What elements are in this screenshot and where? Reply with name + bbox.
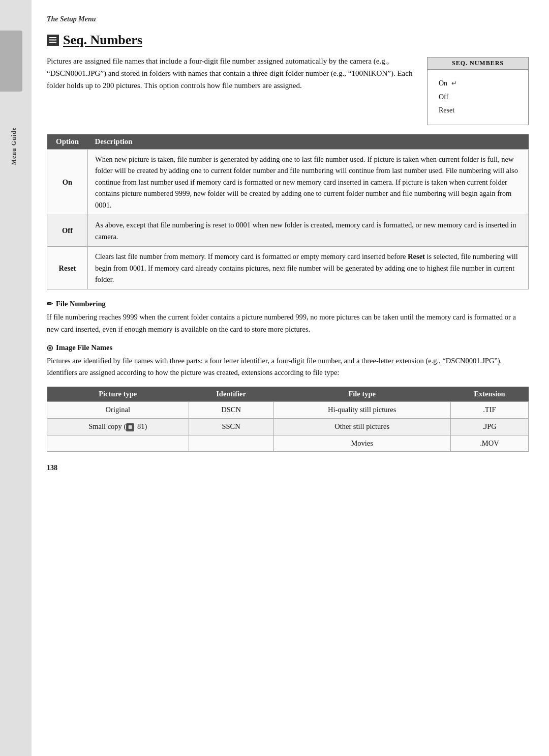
svg-rect-0 — [49, 37, 56, 38]
file-type-movies: Movies — [273, 435, 450, 452]
main-content: The Setup Menu Seq. Numbers Pictures are… — [32, 0, 549, 492]
identifier-dscn: DSCN — [189, 402, 273, 419]
camera-menu-body: On ↵ Off Reset — [428, 70, 528, 125]
camera-menu-reset-label: Reset — [439, 104, 454, 118]
camera-menu-item-off: Off — [439, 91, 519, 104]
table-row: Off As above, except that file numbering… — [47, 215, 529, 247]
enter-arrow: ↵ — [451, 77, 457, 90]
header-title: The Setup Menu — [47, 15, 96, 23]
small-copy-icon: 🔲 — [126, 423, 134, 431]
options-table: Option Description On When new picture i… — [47, 134, 529, 290]
description-off: As above, except that file numbering is … — [88, 215, 529, 247]
option-on: On — [47, 149, 88, 215]
svg-rect-2 — [49, 42, 56, 43]
extension-header: Extension — [450, 387, 528, 402]
file-numbering-title: ✏ File Numbering — [47, 300, 529, 308]
image-file-names-note: ◎ Image File Names Pictures are identifi… — [47, 343, 529, 379]
picture-type-original: Original — [47, 402, 189, 419]
camera-menu-item-reset: Reset — [439, 104, 519, 118]
table-row: Original DSCN Hi-quality still pictures … — [47, 402, 529, 419]
table-row: Movies .MOV — [47, 435, 529, 452]
menu-lines-icon — [49, 37, 57, 44]
extension-jpg: .JPG — [450, 418, 528, 435]
identifier-header: Identifier — [189, 387, 273, 402]
description-reset: Clears last file number from memory. If … — [88, 247, 529, 289]
camera-menu-off-label: Off — [439, 91, 448, 104]
description-on: When new picture is taken, file number i… — [88, 149, 529, 215]
identifier-empty — [189, 435, 273, 452]
table-row: On When new picture is taken, file numbe… — [47, 149, 529, 215]
image-file-names-text: Pictures are identified by file names wi… — [47, 355, 529, 379]
file-numbering-note: ✏ File Numbering If file numbering reach… — [47, 300, 529, 335]
table-row: Reset Clears last file number from memor… — [47, 247, 529, 289]
camera-menu-diagram: SEQ. NUMBERS On ↵ Off Reset — [427, 57, 529, 125]
option-off: Off — [47, 215, 88, 247]
file-type-other: Other still pictures — [273, 418, 450, 435]
file-numbering-label: File Numbering — [56, 300, 106, 308]
extension-mov: .MOV — [450, 435, 528, 452]
camera-icon: ◎ — [47, 343, 53, 352]
identifier-sscn: SSCN — [189, 418, 273, 435]
picture-type-header: Picture type — [47, 387, 189, 402]
file-type-header: File type — [273, 387, 450, 402]
pencil-icon: ✏ — [47, 300, 53, 308]
intro-block: Pictures are assigned file names that in… — [47, 55, 529, 125]
intro-text: Pictures are assigned file names that in… — [47, 55, 417, 125]
section-heading: Seq. Numbers — [63, 33, 142, 48]
camera-menu-item-on: On ↵ — [439, 77, 519, 91]
file-numbering-text: If file numbering reaches 9999 when the … — [47, 311, 529, 335]
extension-tif: .TIF — [450, 402, 528, 419]
options-col1-header: Option — [47, 134, 88, 150]
image-file-names-label: Image File Names — [56, 343, 112, 352]
menu-guide-label: Menu Guide — [10, 127, 18, 165]
picture-type-empty — [47, 435, 189, 452]
menu-icon — [47, 35, 59, 46]
image-file-names-title: ◎ Image File Names — [47, 343, 529, 352]
option-reset: Reset — [47, 247, 88, 289]
section-title-block: Seq. Numbers — [47, 33, 529, 48]
sidebar-tab — [0, 31, 22, 92]
file-type-hq: Hi-quality still pictures — [273, 402, 450, 419]
sidebar: Menu Guide — [0, 0, 32, 756]
table-row: Small copy (🔲 81) SSCN Other still pictu… — [47, 418, 529, 435]
setup-menu-header: The Setup Menu — [47, 15, 529, 23]
options-col2-header: Description — [88, 134, 529, 150]
camera-menu-title: SEQ. NUMBERS — [428, 57, 528, 70]
picture-type-small-copy: Small copy (🔲 81) — [47, 418, 189, 435]
camera-menu-on-label: On — [439, 77, 447, 91]
svg-rect-1 — [49, 40, 56, 41]
page-number: 138 — [47, 464, 529, 472]
picture-table: Picture type Identifier File type Extens… — [47, 387, 529, 452]
